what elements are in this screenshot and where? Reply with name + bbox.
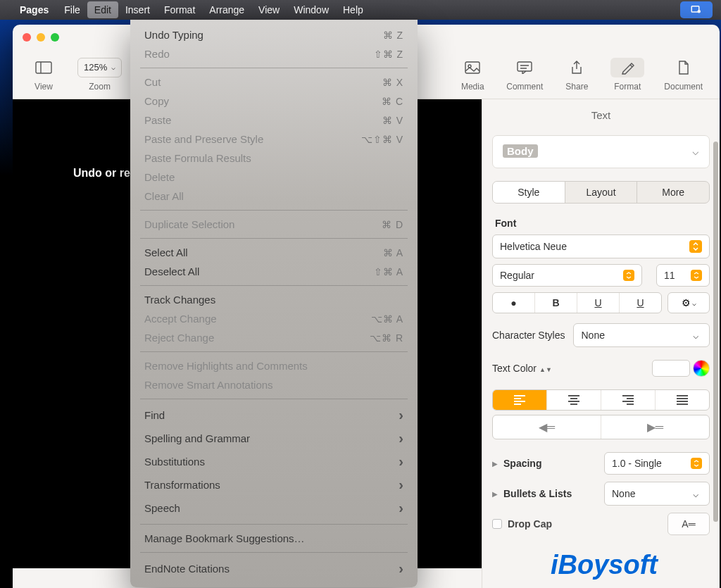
chevron-right-icon: ›: [399, 430, 403, 446]
chevron-down-icon: ⌵: [689, 487, 702, 500]
indent-decrease-button[interactable]: ◀═: [493, 415, 601, 439]
advanced-options-button[interactable]: ⚙︎⌵: [667, 292, 710, 313]
edit-menu-item: Delete: [130, 168, 418, 187]
chevron-down-icon: ⌵: [111, 63, 115, 71]
toolbar-share[interactable]: Share: [554, 58, 599, 92]
checkbox[interactable]: [492, 519, 502, 529]
app-name[interactable]: Pages: [20, 4, 49, 15]
spacing-section[interactable]: ▶ Spacing 1.0 - Single: [492, 452, 710, 475]
font-weight-select[interactable]: Regular: [492, 264, 642, 287]
toolbar-format[interactable]: Format: [602, 58, 653, 92]
edit-menu-item[interactable]: Spelling and Grammar›: [130, 427, 418, 450]
menu-insert[interactable]: Insert: [118, 1, 157, 18]
edit-menu-item[interactable]: Select All⌘ A: [130, 243, 418, 262]
minimize-button[interactable]: [37, 33, 45, 42]
dropcap-section[interactable]: Drop Cap A═: [492, 513, 710, 535]
edit-menu-item[interactable]: Undo Typing⌘ Z: [130, 25, 418, 44]
menu-edit[interactable]: Edit: [87, 1, 118, 18]
tab-layout[interactable]: Layout: [565, 182, 638, 203]
stepper-icon: [689, 240, 702, 253]
stepper-icon: [691, 458, 702, 469]
edit-menu-item[interactable]: Speech›: [130, 496, 418, 520]
fullscreen-button[interactable]: [51, 33, 59, 42]
align-left-button[interactable]: [493, 390, 547, 410]
menu-help[interactable]: Help: [336, 1, 370, 18]
edit-menu-item: Paste Formula Results: [130, 149, 418, 168]
underline2-button[interactable]: U: [620, 293, 661, 313]
chevron-right-icon: ›: [399, 407, 403, 423]
edit-menu-item[interactable]: Substitutions›: [130, 450, 418, 473]
stepper-icon: ▲▼: [539, 368, 552, 373]
edit-menu-item: Clear All: [130, 187, 418, 206]
bullets-section[interactable]: ▶ Bullets & Lists None ⌵: [492, 482, 710, 506]
color-swatch[interactable]: [652, 360, 690, 377]
toolbar-comment[interactable]: Comment: [498, 58, 551, 92]
edit-menu-item: Remove Smart Annotations: [130, 375, 418, 394]
tab-more[interactable]: More: [637, 182, 709, 203]
bullets-select[interactable]: None ⌵: [604, 482, 710, 506]
chevron-right-icon: ›: [399, 453, 403, 470]
spacing-select[interactable]: 1.0 - Single: [604, 452, 710, 475]
inspector-title: Text: [482, 99, 720, 130]
indent-buttons: ◀═ ▶═: [492, 415, 710, 439]
chevron-right-icon: ›: [399, 477, 403, 493]
align-center-button[interactable]: [547, 390, 601, 410]
indent-increase-button[interactable]: ▶═: [601, 415, 709, 439]
font-family-select[interactable]: Helvetica Neue: [492, 234, 710, 258]
align-right-button[interactable]: [601, 390, 656, 410]
alignment-buttons: [492, 389, 710, 411]
color-wheel-icon[interactable]: [693, 360, 710, 377]
edit-menu-item[interactable]: EndNote Citations›: [130, 557, 418, 580]
edit-menu-item: Cut⌘ X: [130, 73, 418, 92]
toolbar-media[interactable]: Media: [450, 58, 495, 92]
toolbar-view[interactable]: View: [21, 58, 66, 92]
inspector-tabs: Style Layout More: [492, 181, 710, 204]
menu-file[interactable]: File: [57, 1, 87, 18]
format-icon: [610, 58, 644, 77]
disclosure-triangle-icon: ▶: [492, 460, 498, 468]
edit-menu-item[interactable]: Manage Bookmark Suggestions…: [130, 529, 418, 548]
scrollbar[interactable]: [713, 142, 718, 522]
edit-menu-item[interactable]: Find›: [130, 404, 418, 427]
toolbar-zoom[interactable]: 125%⌵ Zoom: [69, 58, 130, 92]
close-button[interactable]: [23, 33, 31, 42]
align-justify-button[interactable]: [656, 390, 709, 410]
edit-menu-item[interactable]: Track Changes: [130, 290, 418, 309]
underline-button[interactable]: U: [577, 293, 620, 313]
menu-window[interactable]: Window: [287, 1, 336, 18]
font-size-field[interactable]: 11: [656, 264, 710, 287]
edit-menu-item: Duplicate Selection⌘ D: [130, 215, 418, 234]
text-color-dot[interactable]: ●: [493, 293, 535, 313]
gear-icon: ⚙︎: [682, 297, 691, 308]
paragraph-style-select[interactable]: Body ⌵: [492, 135, 710, 168]
svg-text:iBoysoft: iBoysoft: [551, 550, 658, 580]
format-inspector: Text Body ⌵ Style Layout More Font Helve…: [482, 99, 720, 588]
char-styles-select[interactable]: None ⌵: [573, 323, 710, 347]
zoom-value[interactable]: 125%⌵: [77, 58, 122, 77]
menu-view[interactable]: View: [251, 1, 287, 18]
edit-menu-item: Reject Change⌥⌘ R: [130, 328, 418, 347]
document-text: Undo or re: [73, 167, 130, 180]
tab-style[interactable]: Style: [493, 182, 565, 203]
screen-share-icon[interactable]: [680, 1, 713, 18]
comment-icon: [510, 58, 539, 77]
dropcap-style[interactable]: A═: [667, 513, 710, 535]
toolbar-document[interactable]: Document: [656, 58, 711, 92]
edit-menu-item: Copy⌘ C: [130, 92, 418, 111]
menu-arrange[interactable]: Arrange: [202, 1, 251, 18]
watermark: iBoysoft: [551, 547, 713, 582]
view-icon: [30, 58, 58, 77]
svg-rect-2: [36, 62, 51, 73]
edit-menu-dropdown: Undo Typing⌘ ZRedo⇧⌘ ZCut⌘ XCopy⌘ CPaste…: [130, 20, 418, 587]
text-style-buttons: ● B U U: [492, 292, 662, 313]
chevron-down-icon: ⌵: [689, 329, 702, 342]
bold-button[interactable]: B: [535, 293, 577, 313]
share-icon: [563, 58, 591, 77]
chevron-down-icon: ⌵: [692, 144, 699, 158]
svg-rect-4: [465, 62, 479, 73]
edit-menu-item: Paste and Preserve Style⌥⇧⌘ V: [130, 130, 418, 149]
edit-menu-item[interactable]: Deselect All⇧⌘ A: [130, 262, 418, 281]
edit-menu-item[interactable]: Transformations›: [130, 473, 418, 496]
menu-format[interactable]: Format: [157, 1, 202, 18]
color-controls: [652, 360, 710, 377]
